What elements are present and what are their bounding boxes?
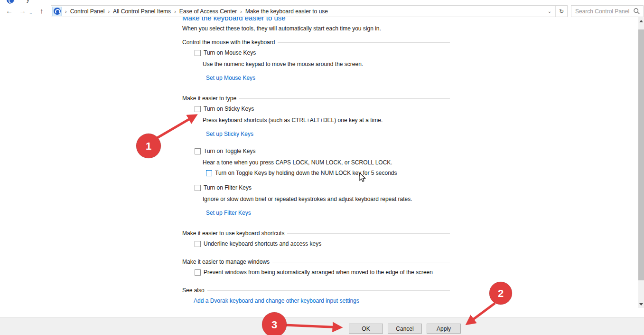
- prevent-arrange-checkbox[interactable]: [195, 269, 201, 276]
- dialog-footer: OK Cancel Apply: [0, 317, 644, 335]
- breadcrumb-separator-icon: ›: [104, 9, 113, 14]
- section-rule: [239, 98, 450, 99]
- breadcrumb-current-page[interactable]: Make the keyboard easier to use: [245, 8, 328, 15]
- section-heading-mouse: Control the mouse with the keyboard: [182, 39, 450, 46]
- window-titlebar-fragment: y: [0, 0, 644, 5]
- filter-keys-row: Turn on Filter Keys: [195, 184, 252, 191]
- search-box[interactable]: [571, 5, 644, 17]
- breadcrumb-separator-icon: ›: [62, 9, 70, 14]
- breadcrumb-separator-icon: ›: [171, 9, 179, 14]
- forward-button[interactable]: →: [19, 6, 26, 16]
- toggle-keys-description: Hear a tone when you press CAPS LOCK, NU…: [203, 159, 392, 166]
- section-rule: [287, 233, 450, 234]
- breadcrumb-ease-of-access[interactable]: Ease of Access Center: [179, 8, 237, 15]
- mouse-keys-checkbox[interactable]: [195, 50, 201, 56]
- sticky-keys-description: Press keyboard shortcuts (such as CTRL+A…: [203, 117, 383, 124]
- section-heading-type: Make it easier to type: [182, 95, 450, 102]
- section-rule: [278, 42, 450, 43]
- ok-button[interactable]: OK: [349, 324, 383, 334]
- section-rule: [272, 262, 450, 262]
- navigation-toolbar: ← → ⌄ ↑ › Control Panel › All Control Pa…: [0, 5, 644, 17]
- underline-shortcuts-row: Underline keyboard shortcuts and access …: [195, 240, 321, 247]
- sticky-keys-row: Turn on Sticky Keys: [195, 105, 254, 112]
- toggle-keys-hold-checkbox[interactable]: [206, 170, 212, 176]
- toggle-keys-row: Turn on Toggle Keys: [195, 148, 255, 154]
- cancel-button[interactable]: Cancel: [388, 324, 422, 334]
- set-up-filter-keys-link[interactable]: Set up Filter Keys: [206, 210, 251, 216]
- ease-of-access-icon[interactable]: [52, 7, 62, 16]
- filter-keys-checkbox[interactable]: [195, 185, 201, 191]
- address-bar[interactable]: › Control Panel › All Control Panel Item…: [51, 5, 568, 17]
- section-rule: [207, 290, 450, 291]
- search-icon[interactable]: [634, 8, 640, 14]
- dvorak-keyboard-link[interactable]: Add a Dvorak keyboard and change other k…: [194, 297, 359, 304]
- back-button[interactable]: ←: [6, 6, 13, 16]
- section-heading-shortcuts: Make it easier to use keyboard shortcuts: [182, 230, 450, 237]
- filter-keys-description: Ignore or slow down brief or repeated ke…: [203, 196, 412, 202]
- breadcrumb-all-items[interactable]: All Control Panel Items: [113, 8, 171, 15]
- scroll-down-icon[interactable]: [638, 300, 644, 308]
- underline-shortcuts-checkbox[interactable]: [195, 241, 201, 247]
- recent-pages-dropdown-icon[interactable]: ⌄: [29, 8, 33, 18]
- settings-page: Make the keyboard easier to use When you…: [0, 17, 638, 308]
- refresh-icon[interactable]: ↻: [556, 6, 567, 17]
- scroll-up-icon[interactable]: [638, 17, 644, 25]
- titlebar-text-fragment: y: [27, 0, 29, 3]
- breadcrumb-control-panel[interactable]: Control Panel: [70, 8, 105, 15]
- vertical-scrollbar[interactable]: [638, 17, 644, 308]
- scrollbar-thumb[interactable]: [638, 29, 644, 280]
- toggle-keys-checkbox[interactable]: [195, 148, 201, 154]
- section-heading-windows: Make it easier to manage windows: [182, 258, 450, 265]
- set-up-mouse-keys-link[interactable]: Set up Mouse Keys: [206, 75, 255, 81]
- page-intro: When you select these tools, they will a…: [182, 25, 381, 32]
- app-icon-fragment: [7, 0, 15, 4]
- mouse-keys-row: Turn on Mouse Keys: [195, 49, 256, 56]
- toggle-keys-hold-row: Turn on Toggle Keys by holding down the …: [206, 170, 397, 176]
- breadcrumb-separator-icon: ›: [237, 9, 245, 14]
- prevent-arrange-row: Prevent windows from being automatically…: [195, 269, 433, 276]
- mouse-keys-description: Use the numeric keypad to move the mouse…: [203, 61, 363, 67]
- apply-button[interactable]: Apply: [427, 324, 461, 334]
- set-up-sticky-keys-link[interactable]: Set up Sticky Keys: [206, 131, 253, 137]
- page-title: Make the keyboard easier to use: [182, 17, 286, 22]
- search-input[interactable]: [571, 8, 634, 15]
- section-heading-see-also: See also: [182, 287, 450, 294]
- address-dropdown-icon[interactable]: ⌄: [544, 6, 555, 17]
- up-button[interactable]: ↑: [40, 6, 44, 16]
- sticky-keys-checkbox[interactable]: [195, 106, 201, 112]
